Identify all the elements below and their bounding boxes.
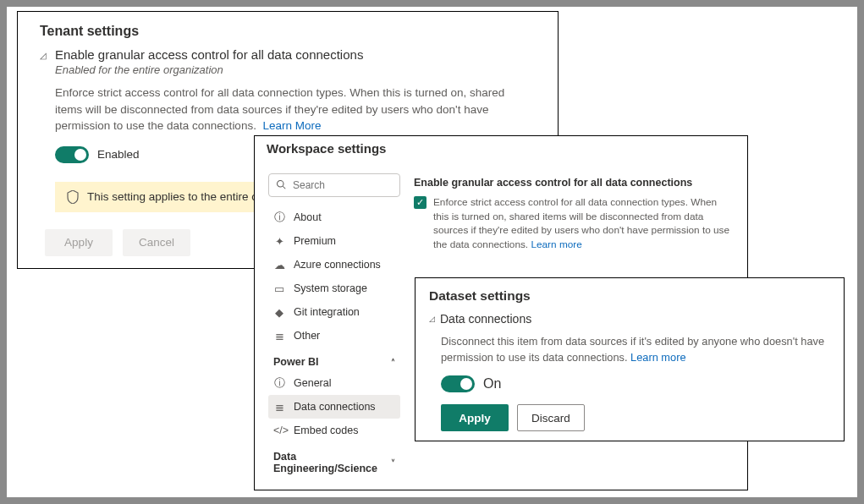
dataset-apply-button[interactable]: Apply xyxy=(441,404,509,431)
chevron-down-icon: ˅ xyxy=(391,458,395,468)
info-icon: ⓘ xyxy=(273,376,285,391)
workspace-learn-more-link[interactable]: Learn more xyxy=(531,238,581,250)
expand-triangle-icon[interactable]: ◿ xyxy=(40,47,48,60)
sidebar-item-label: Premium xyxy=(294,235,336,247)
tenant-setting-title: Enable granular access control for all d… xyxy=(55,47,363,62)
dataset-learn-more-link[interactable]: Learn more xyxy=(630,351,685,364)
git-icon: ◆ xyxy=(273,306,285,319)
dataset-on-toggle[interactable] xyxy=(441,375,475,392)
sidebar-item-label: Other xyxy=(294,330,320,342)
workspace-sidebar: ⓘ About ✦ Premium ☁ Azure connections ▭ … xyxy=(268,145,400,479)
dataset-section-title: Data connections xyxy=(440,312,531,326)
chevron-up-icon: ˄ xyxy=(391,358,395,367)
dataset-heading: Dataset settings xyxy=(429,288,830,304)
sidebar-item-label: About xyxy=(294,211,322,223)
sidebar-item-embed[interactable]: </> Embed codes xyxy=(268,419,400,442)
sidebar-item-premium[interactable]: ✦ Premium xyxy=(268,229,400,253)
sidebar-item-label: General xyxy=(294,377,331,389)
workspace-heading: Workspace settings xyxy=(267,141,386,156)
tenant-apply-button[interactable]: Apply xyxy=(45,229,113,256)
dataset-toggle-label: On xyxy=(483,376,501,392)
sidebar-item-label: Embed codes xyxy=(294,425,358,436)
sidebar-item-azure[interactable]: ☁ Azure connections xyxy=(268,253,400,277)
tenant-toggle-label: Enabled xyxy=(97,148,140,161)
sidebar-item-label: System storage xyxy=(294,282,367,294)
sidebar-item-git[interactable]: ◆ Git integration xyxy=(268,300,400,324)
dataset-description: Disconnect this item from data sources i… xyxy=(441,334,830,365)
expand-triangle-icon[interactable]: ◿ xyxy=(429,315,435,323)
tenant-learn-more-link[interactable]: Learn More xyxy=(262,119,321,132)
svg-line-1 xyxy=(283,186,285,189)
sidebar-item-storage[interactable]: ▭ System storage xyxy=(268,277,400,300)
tenant-cancel-button[interactable]: Cancel xyxy=(123,229,190,256)
workspace-search[interactable] xyxy=(268,173,400,197)
list-icon: ≣ xyxy=(273,401,285,414)
diamond-icon: ✦ xyxy=(273,235,285,248)
code-icon: </> xyxy=(273,425,285,436)
sidebar-item-data-connections[interactable]: ≣ Data connections xyxy=(268,395,400,419)
shield-icon xyxy=(67,190,79,204)
list-icon: ≣ xyxy=(273,330,285,342)
search-icon xyxy=(276,179,286,192)
sidebar-item-label: Data connections xyxy=(294,401,376,413)
info-icon: ⓘ xyxy=(273,211,285,225)
workspace-setting-title: Enable granular access control for all d… xyxy=(414,177,734,189)
tenant-enabled-toggle[interactable] xyxy=(55,146,89,163)
sidebar-item-general[interactable]: ⓘ General xyxy=(268,371,400,395)
svg-point-0 xyxy=(278,180,284,187)
tenant-description: Enforce strict access control for all da… xyxy=(55,85,529,134)
workspace-search-input[interactable] xyxy=(291,178,393,192)
sidebar-item-label: Azure connections xyxy=(294,259,381,271)
sidebar-item-label: Git integration xyxy=(294,306,360,318)
sidebar-item-about[interactable]: ⓘ About xyxy=(268,205,400,229)
workspace-description: Enforce strict access control for all da… xyxy=(433,195,734,251)
sidebar-group-powerbi[interactable]: Power BI ˄ xyxy=(268,348,400,371)
sidebar-group-data-eng[interactable]: Data Engineering/Science ˅ xyxy=(268,442,400,478)
tenant-heading: Tenant settings xyxy=(40,24,536,39)
dataset-settings-panel: Dataset settings ◿ Data connections Disc… xyxy=(415,277,845,441)
workspace-granular-checkbox[interactable]: ✓ xyxy=(414,196,426,209)
tenant-setting-subtitle: Enabled for the entire organization xyxy=(55,63,536,76)
dataset-discard-button[interactable]: Discard xyxy=(517,404,585,431)
sidebar-item-other[interactable]: ≣ Other xyxy=(268,324,400,348)
storage-icon: ▭ xyxy=(273,282,285,295)
cloud-icon: ☁ xyxy=(273,259,285,271)
